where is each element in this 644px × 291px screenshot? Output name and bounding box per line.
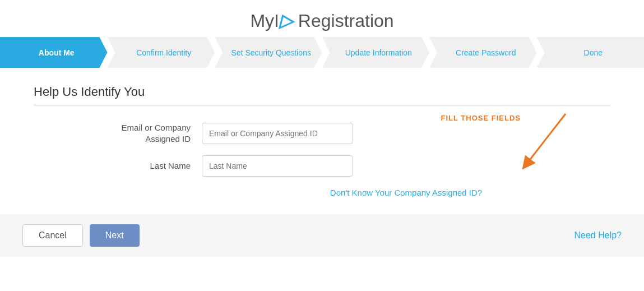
footer-bar: Cancel Next Need Help? <box>0 214 644 257</box>
dont-know-link[interactable]: Don't Know Your Company Assigned ID? <box>202 188 610 197</box>
fill-those-fields-label: FILL THOSE FIELDS <box>441 114 521 122</box>
breadcrumb-confirm-identity[interactable]: Confirm Identity <box>108 37 215 68</box>
divider <box>34 105 610 105</box>
page-title: MyI▷ Registration <box>0 10 644 31</box>
svg-line-0 <box>526 114 566 164</box>
section-title: Help Us Identify You <box>34 85 610 99</box>
cancel-button[interactable]: Cancel <box>22 224 83 247</box>
page-header: MyI▷ Registration <box>0 0 644 37</box>
footer-buttons: Cancel Next <box>22 224 140 247</box>
email-label: Email or CompanyAssigned ID <box>90 122 202 144</box>
need-help-link[interactable]: Need Help? <box>574 230 622 241</box>
breadcrumb-nav: About Me Confirm Identity Set Security Q… <box>0 37 644 68</box>
next-button[interactable]: Next <box>90 224 140 247</box>
annotation-arrow <box>515 108 582 175</box>
breadcrumb-set-security-questions[interactable]: Set Security Questions <box>215 37 322 68</box>
breadcrumb-about-me[interactable]: About Me <box>0 37 108 68</box>
lastname-label: Last Name <box>90 160 202 172</box>
title-id: ▷ <box>279 11 293 31</box>
title-my: MyI <box>250 11 279 31</box>
breadcrumb-update-information[interactable]: Update Information <box>322 37 430 68</box>
breadcrumb-done[interactable]: Done <box>537 37 645 68</box>
title-reg: Registration <box>293 11 394 31</box>
lastname-input[interactable] <box>202 155 353 177</box>
main-content: Help Us Identify You FILL THOSE FIELDS E… <box>0 68 644 197</box>
breadcrumb-create-password[interactable]: Create Password <box>429 37 537 68</box>
email-input[interactable] <box>202 123 353 144</box>
